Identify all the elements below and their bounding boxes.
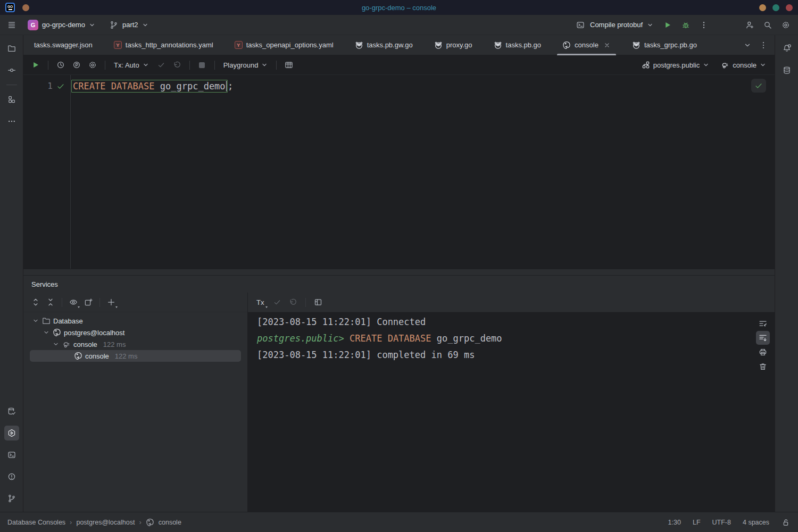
branch-name: part2 [122, 21, 138, 29]
tree-row-session-console[interactable]: console 122 ms [23, 338, 247, 350]
more-tool-windows-icon[interactable] [4, 114, 19, 129]
gear-icon[interactable] [86, 58, 99, 72]
services-tree: Database postgres@localhost [23, 312, 247, 512]
vcs-branch-selector[interactable]: part2 [105, 18, 153, 32]
line-number: 1 [47, 81, 53, 91]
tab-label: console [575, 41, 598, 49]
expand-all-icon[interactable] [29, 295, 43, 309]
schema-value: postgres.public [653, 61, 700, 69]
chevron-down-icon [703, 62, 709, 68]
settings-gear-icon[interactable] [779, 18, 793, 32]
tree-row-postgres-localhost[interactable]: postgres@localhost [23, 327, 247, 338]
layout-icon[interactable] [311, 295, 325, 309]
rollback-icon[interactable] [170, 58, 184, 72]
caret-position[interactable]: 1:30 [668, 519, 681, 526]
tab-label: proxy.go [446, 41, 472, 49]
tab-tasks-http-annotations-yaml[interactable]: Y tasks_http_annotations.yaml [103, 35, 224, 55]
add-service-icon[interactable] [104, 295, 118, 309]
breadcrumb-console[interactable]: console [159, 519, 181, 526]
delete-icon[interactable] [756, 360, 770, 373]
chevron-down-icon [647, 22, 653, 28]
chevron-down-icon [89, 22, 95, 28]
output-tx-dropdown[interactable]: Tx [254, 295, 268, 309]
execute-button[interactable] [29, 58, 43, 72]
tabs-dropdown-chevron-icon[interactable] [741, 38, 754, 52]
profile-p-icon[interactable] [70, 58, 84, 72]
commit-icon[interactable] [4, 63, 19, 78]
search-icon[interactable] [761, 18, 775, 32]
table-grid-icon[interactable] [282, 58, 296, 72]
tab-proxy-go[interactable]: proxy.go [423, 35, 483, 55]
debug-button[interactable] [679, 18, 693, 32]
chevron-down-icon [142, 22, 148, 28]
run-config-name: Compile protobuf [590, 21, 643, 29]
editor-content[interactable]: CREATE DATABASE go_grpc_demo; [71, 75, 775, 269]
tabs-more-vertical-icon[interactable] [757, 38, 770, 52]
output-tx-label: Tx [256, 298, 264, 306]
soft-wrap-icon[interactable] [756, 317, 770, 330]
chevron-expanded-icon[interactable] [32, 317, 39, 325]
commit-check-icon[interactable] [154, 58, 168, 72]
structure-icon[interactable] [4, 92, 19, 107]
schema-selector[interactable]: postgres.public [638, 58, 712, 72]
tab-tasks-openapi-options-yaml[interactable]: Y tasks_openapi_options.yaml [224, 35, 344, 55]
database-tool-icon[interactable] [4, 404, 19, 419]
line-ending[interactable]: LF [693, 519, 701, 526]
collapse-all-icon[interactable] [44, 295, 57, 309]
add-user-button[interactable] [743, 18, 757, 32]
indent-style[interactable]: 4 spaces [743, 519, 769, 526]
console-editor[interactable]: 1 CREATE DATABASE go_grpc_demo; [23, 75, 775, 269]
terminal-tool-icon[interactable] [4, 447, 19, 462]
stop-icon[interactable] [195, 58, 209, 72]
run-button[interactable] [661, 18, 675, 32]
tab-tasks-grpc-pb-go[interactable]: tasks_grpc.pb.go [621, 35, 708, 55]
window-close-light[interactable] [786, 4, 793, 11]
statement-success-check-icon [56, 82, 65, 90]
output-side-toolbar [756, 317, 770, 373]
go-file-icon [355, 41, 363, 49]
git-tool-icon[interactable] [4, 491, 19, 506]
more-vertical-icon[interactable] [697, 18, 711, 32]
commit-check-icon[interactable] [270, 295, 284, 309]
file-encoding[interactable]: UTF-8 [712, 519, 731, 526]
tab-tasks-pb-gw-go[interactable]: tasks.pb.gw.go [344, 35, 423, 55]
breadcrumb-datasource[interactable]: postgres@localhost [76, 519, 135, 526]
breadcrumb-database-consoles[interactable]: Database Consoles [7, 519, 65, 526]
tx-mode-dropdown[interactable]: Tx: Auto [111, 58, 152, 72]
panel-splitter[interactable] [23, 269, 775, 276]
tab-tasks-pb-go[interactable]: tasks.pb.go [483, 35, 552, 55]
playground-dropdown[interactable]: Playground [220, 58, 271, 72]
inspections-widget[interactable] [751, 79, 766, 93]
session-plug-icon [62, 340, 71, 348]
window-maximize-light[interactable] [772, 4, 779, 11]
database-tool-icon[interactable] [779, 63, 794, 78]
open-in-new-tab-icon[interactable] [81, 295, 95, 309]
tree-row-database[interactable]: Database [23, 315, 247, 327]
window-minimize-light[interactable] [759, 4, 766, 11]
rollback-icon[interactable] [286, 295, 300, 309]
tab-label: tasks.swagger.json [34, 41, 93, 49]
menu-icon[interactable] [5, 18, 19, 32]
session-selector[interactable]: console [718, 58, 769, 72]
project-selector[interactable]: G go-grpc-demo [23, 18, 99, 32]
playground-value: Playground [223, 61, 259, 69]
recording-dot-icon [22, 4, 29, 11]
unlock-icon[interactable] [781, 518, 791, 527]
problems-tool-icon[interactable] [4, 469, 19, 484]
chevron-expanded-icon[interactable] [43, 329, 50, 336]
history-clock-icon[interactable] [54, 58, 68, 72]
tab-console[interactable]: console [552, 35, 621, 55]
notifications-bell-icon[interactable] [779, 41, 794, 56]
scroll-to-end-icon[interactable] [756, 331, 770, 345]
chevron-expanded-icon[interactable] [52, 340, 60, 348]
services-tree-pane: Database postgres@localhost [23, 293, 248, 512]
tab-tasks-swagger-json[interactable]: tasks.swagger.json [23, 35, 103, 55]
tree-row-console-file[interactable]: console 122 ms [30, 350, 241, 362]
project-folder-icon[interactable] [4, 41, 19, 56]
services-tool-icon[interactable] [4, 426, 19, 440]
close-icon[interactable] [603, 41, 611, 49]
left-tool-stripe [0, 35, 23, 512]
print-icon[interactable] [756, 345, 770, 359]
view-options-eye-icon[interactable] [66, 295, 80, 309]
run-configuration-selector[interactable]: Compile protobuf [572, 18, 656, 32]
